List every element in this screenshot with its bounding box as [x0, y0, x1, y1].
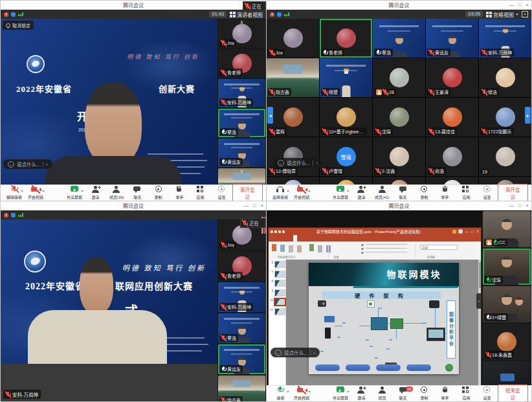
toolbar-button[interactable]: 举手	[435, 185, 456, 201]
toolbar-button[interactable]: 录制	[414, 185, 434, 201]
toolbar-button[interactable]: 10 聊天	[393, 386, 414, 401]
participant-tile[interactable]: 安科-万尚坤	[218, 79, 265, 107]
toolbar-button[interactable]: 邀请	[351, 386, 371, 401]
close-button[interactable]: ×	[526, 2, 529, 8]
participant-tile[interactable]: 晓古鑫	[267, 58, 319, 97]
participant-tile[interactable]: 2-沈鑫	[373, 137, 425, 176]
monitor-select[interactable]: 自动	[420, 245, 458, 250]
leave-meeting-button[interactable]: 离开会议	[498, 184, 528, 202]
page-right-button[interactable]: ►	[525, 107, 531, 124]
participant-tile[interactable]: 雪瑞 卢雪瑞	[320, 137, 372, 176]
toolbar-button[interactable]: 开启视频	[291, 386, 311, 401]
main-video[interactable]: 取消锁定 明德 致知 笃行 创新 2022年安徽省 创新大赛 开 2022.9.	[1, 19, 217, 187]
participant-tile[interactable]: 鲁老师	[218, 49, 265, 78]
toolbar-button[interactable]: 应用	[190, 185, 211, 201]
participant-tile[interactable]: 鲁老师	[320, 19, 372, 58]
ppt-close-button[interactable]: ×	[476, 229, 479, 234]
quick-access-toolbar-icons[interactable]	[271, 230, 273, 233]
participant-tile[interactable]: 沈琛	[373, 98, 425, 137]
slide-thumbnail[interactable]: 9	[269, 289, 285, 296]
security-shield-icon[interactable]	[11, 213, 16, 218]
participant-tile[interactable]: 安科-万尚坤	[218, 282, 265, 312]
participant-tile[interactable]: 2+谢士豪	[483, 361, 531, 388]
view-switch-button[interactable]: 演讲者视图	[230, 11, 263, 18]
minimize-button[interactable]: —	[244, 203, 249, 208]
participant-tile[interactable]: 19	[479, 137, 531, 176]
participant-tile[interactable]: 蔡浩	[218, 313, 265, 343]
toolbar-button[interactable]: 设置	[476, 185, 497, 201]
chat-quick-bubble[interactable]: 说点什么... ‹	[273, 158, 322, 168]
slide-thumbnail-image[interactable]	[274, 271, 285, 278]
chat-placeholder[interactable]: 说点什么...	[287, 159, 310, 166]
toolbar-button[interactable]: 开启视频	[291, 185, 311, 201]
chat-quick-bubble[interactable]: 说点什么... ‹	[3, 159, 52, 169]
slide-thumbnail-image[interactable]	[274, 298, 285, 306]
toolbar-button[interactable]: 静音	[270, 386, 291, 401]
page-left-button[interactable]: ◄	[267, 107, 273, 124]
end-meeting-button[interactable]: 结束会议	[498, 385, 528, 402]
toolbar-button[interactable]: 应用	[456, 185, 476, 201]
ribbon-button-icons[interactable]	[272, 244, 276, 251]
toolbar-button[interactable]: 成员(39)	[106, 185, 127, 201]
scroll-chevron-icon[interactable]: ∧	[240, 20, 244, 25]
chat-placeholder[interactable]: 说点什么...	[17, 161, 40, 168]
minimize-button[interactable]: —	[509, 203, 515, 208]
toolbar-button[interactable]: 邀请	[85, 185, 105, 201]
slide-thumbnail-image[interactable]	[274, 280, 285, 287]
participant-tile[interactable]: 13-龚佳佳	[426, 98, 478, 137]
unpin-button[interactable]: 取消锁定	[3, 21, 34, 30]
emoji-icon[interactable]	[278, 160, 284, 166]
chat-placeholder[interactable]: 说点什么...	[284, 349, 307, 356]
toolbar-button[interactable]: 聊天	[393, 185, 414, 201]
participant-tile[interactable]: 黄远友	[218, 139, 265, 167]
close-button[interactable]: ×	[261, 203, 263, 208]
participant-tile[interactable]: 2+绿盟	[483, 286, 531, 322]
leave-meeting-button[interactable]: 离开会议	[232, 184, 263, 202]
main-video[interactable]: 明德 致知 笃行 创新 2022年安徽省 联网应用创新大赛 式 2022.9. …	[1, 219, 217, 402]
powerpoint-window[interactable]: 基于物联网技术的远程监控.pptx - PowerPoint(产品激活失败) —…	[269, 228, 481, 387]
ppt-tab[interactable]	[316, 235, 320, 241]
slide-thumbnail[interactable]: 11	[269, 308, 285, 315]
participant-tile[interactable]: 黄远友	[218, 344, 265, 374]
toolbar-button[interactable]: 举手	[435, 386, 456, 401]
toolbar-button[interactable]: 共享屏幕	[330, 185, 351, 201]
maximize-button[interactable]: □	[518, 2, 522, 8]
toolbar-button[interactable]: 录制	[148, 185, 169, 201]
ribbon-checkboxes[interactable]	[366, 244, 407, 254]
participant-tile[interactable]: 尚浩	[426, 137, 478, 176]
meeting-info-icon[interactable]	[4, 12, 8, 17]
participant-tile[interactable]: ∧ Joy	[218, 19, 265, 48]
participant-tile[interactable]: 蔡浩	[218, 109, 265, 137]
slide-thumbnail[interactable]: 8	[269, 280, 285, 287]
participant-tile[interactable]: 28	[373, 58, 425, 97]
slide-thumbnail-image[interactable]	[274, 289, 285, 296]
meeting-info-icon[interactable]	[270, 12, 274, 17]
participant-tile[interactable]: 蔡浩	[373, 19, 425, 58]
toolbar-button[interactable]: 应用	[456, 386, 476, 401]
toolbar-button[interactable]: 成员	[371, 386, 392, 401]
toolbar-button[interactable]: 举手	[169, 185, 190, 201]
toolbar-button[interactable]: 设置	[476, 386, 497, 401]
meeting-info-icon[interactable]	[4, 213, 8, 218]
toolbar-button[interactable]: 开启视频	[25, 185, 45, 201]
close-button[interactable]: ×	[526, 203, 529, 208]
participant-tile[interactable]: 18-朱鑫磊	[483, 324, 531, 360]
toolbar-button[interactable]: 邀请	[351, 185, 371, 201]
toolbar-button[interactable]: 选择音频	[270, 185, 291, 201]
toolbar-button[interactable]: 录制	[414, 386, 434, 401]
collapse-icon[interactable]: ‹	[46, 162, 48, 167]
participant-tile[interactable]: 徐洁	[479, 58, 531, 97]
account-avatar[interactable]	[458, 229, 463, 234]
participant-tile[interactable]: 杨楚	[320, 58, 372, 97]
participant-tile[interactable]: 晓古鑫	[218, 375, 265, 402]
slide-thumbnail[interactable]: 10	[269, 298, 285, 306]
canvas-scrollbar[interactable]	[478, 260, 481, 387]
collapse-icon[interactable]: ‹	[313, 350, 315, 355]
participant-tile[interactable]: 1722张鹏乐	[479, 98, 531, 137]
chat-quick-bubble[interactable]: 说点什么... ‹	[271, 348, 320, 357]
view-switch-button[interactable]: 宫格视图	[486, 11, 518, 18]
toolbar-button[interactable]: 解除静音	[4, 185, 25, 201]
ppt-maximize-button[interactable]: □	[471, 229, 474, 234]
toolbar-button[interactable]: 成员(41)	[371, 185, 392, 201]
participant-tile[interactable]: 10+基于zigbee的智能家...	[320, 98, 372, 137]
